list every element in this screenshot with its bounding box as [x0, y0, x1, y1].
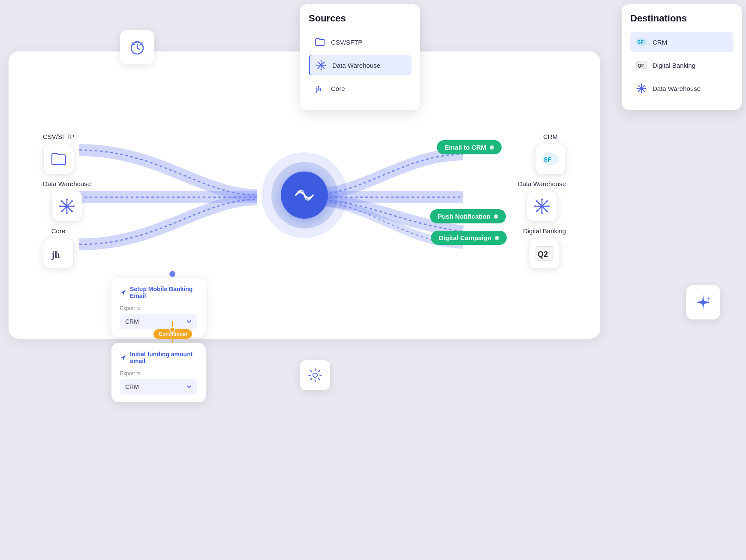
svg-point-22 [66, 212, 68, 214]
workflow-card-initial-funding-export-label: Export to [120, 370, 197, 376]
svg-point-3 [321, 69, 322, 70]
sparkle-icon [694, 293, 713, 312]
gear-box[interactable] [300, 360, 330, 390]
sources-item-warehouse-label: Data Warehouse [332, 62, 380, 69]
workflow-card-setup-mobile-title: Setup Mobile Banking Email [130, 286, 197, 299]
canvas-crm-icon-box[interactable]: SF [535, 144, 566, 175]
svg-text:Q2: Q2 [538, 250, 548, 259]
svg-text:Q2: Q2 [638, 63, 644, 68]
sources-panel: Sources CSV/SFTP Data Warehouse [300, 4, 420, 110]
svg-point-9 [318, 68, 319, 69]
svg-point-34 [541, 212, 543, 214]
dest-item-warehouse[interactable]: Data Warehouse [630, 78, 733, 99]
destinations-panel-title: Destinations [630, 13, 733, 24]
workflow-card-setup-mobile: Setup Mobile Banking Email Export to CRM [111, 278, 206, 337]
svg-point-18 [637, 88, 638, 89]
canvas-crm-label: CRM [543, 133, 558, 140]
svg-text:SF: SF [544, 156, 551, 163]
folder-icon [314, 36, 326, 48]
workflow-card-setup-mobile-title-row: Setup Mobile Banking Email [120, 286, 197, 299]
workflow-card-initial-funding-value: CRM [125, 383, 139, 390]
sources-item-csv-label: CSV/SFTP [331, 39, 362, 46]
svg-text:jh: jh [51, 249, 60, 260]
connector-dot-top [169, 271, 175, 277]
hub-logo-icon [292, 182, 317, 208]
email-crm-dot [490, 145, 494, 150]
workflow-card-initial-funding-select[interactable]: CRM [120, 379, 197, 394]
svg-text:jh: jh [315, 85, 322, 93]
dest-item-crm-label: CRM [653, 39, 667, 46]
sparkle-box [686, 285, 720, 319]
dest-item-warehouse-label: Data Warehouse [653, 85, 701, 92]
sources-item-core-label: Core [331, 85, 345, 92]
dest-item-digital-banking-label: Digital Banking [653, 62, 695, 69]
workflow-card-setup-mobile-export-label: Export to [120, 305, 197, 311]
dest-item-digital-banking[interactable]: Q2 Digital Banking [630, 55, 733, 75]
sources-item-csv[interactable]: CSV/SFTP [309, 32, 412, 52]
sources-item-warehouse[interactable]: Data Warehouse [309, 55, 412, 75]
canvas-source-warehouse: Data Warehouse [43, 180, 91, 222]
canvas-dest-digital-banking: Digital Banking Q2 [523, 227, 566, 269]
chevron-down-icon-1 [186, 319, 192, 325]
svg-point-28 [61, 211, 63, 212]
alarm-box [120, 30, 154, 64]
canvas-dest-warehouse: Data Warehouse [518, 180, 566, 222]
canvas-digital-banking-label: Digital Banking [523, 227, 566, 235]
svg-point-24 [73, 205, 75, 207]
canvas-csv-icon-box[interactable] [43, 144, 74, 175]
svg-point-4 [316, 65, 318, 66]
hub-inner-core[interactable] [281, 172, 328, 219]
svg-point-16 [641, 84, 642, 85]
svg-text:SF: SF [638, 39, 644, 45]
svg-point-25 [61, 200, 63, 202]
push-notification-tag-label: Push Notification [438, 213, 490, 220]
push-notification-tag[interactable]: Push Notification [430, 209, 506, 223]
svg-point-7 [324, 68, 325, 69]
svg-point-36 [548, 205, 550, 207]
canvas-warehouse-label-right: Data Warehouse [518, 180, 566, 187]
send-icon-1 [120, 289, 126, 296]
svg-point-26 [71, 211, 73, 212]
canvas-warehouse-icon-box-right[interactable] [526, 191, 557, 222]
svg-point-32 [541, 205, 543, 208]
workflow-card-initial-funding: Initial funding amount email Export to C… [111, 343, 206, 402]
email-crm-tag-label: Email to CRM [445, 144, 486, 151]
svg-point-19 [645, 88, 647, 89]
connector-dot-middle [169, 327, 175, 333]
canvas-folder-icon [51, 153, 66, 166]
canvas-snowflake-icon-left [58, 198, 75, 215]
svg-point-17 [641, 92, 642, 93]
workflow-card-setup-mobile-select[interactable]: CRM [120, 314, 197, 329]
svg-point-37 [536, 200, 538, 202]
canvas-warehouse-icon-box-left[interactable] [51, 191, 82, 222]
svg-point-23 [59, 205, 61, 207]
svg-point-33 [541, 199, 543, 200]
alarm-icon [129, 39, 146, 56]
canvas-jh-icon: jh [50, 245, 67, 262]
svg-point-38 [546, 211, 548, 212]
dest-item-crm[interactable]: SF CRM [630, 32, 733, 52]
canvas-q2-icon: Q2 [535, 246, 554, 261]
chevron-down-icon-2 [186, 384, 192, 390]
canvas-csv-label: CSV/SFTP [43, 133, 74, 140]
snowflake-icon-src [315, 59, 327, 71]
email-crm-tag[interactable]: Email to CRM [437, 140, 502, 154]
sources-item-core[interactable]: jh Core [309, 78, 412, 99]
svg-point-40 [536, 211, 538, 212]
canvas-q2-icon-box[interactable]: Q2 [529, 238, 560, 269]
digital-campaign-tag[interactable]: Digital Campaign [431, 231, 507, 245]
jh-icon-src: jh [314, 82, 326, 94]
workflow-card-initial-funding-title-row: Initial funding amount email [120, 351, 197, 364]
sources-panel-title: Sources [309, 13, 412, 24]
svg-point-39 [546, 200, 548, 202]
digital-campaign-tag-label: Digital Campaign [439, 234, 491, 241]
center-hub [262, 152, 347, 238]
svg-point-35 [534, 205, 536, 207]
canvas-core-icon-box[interactable]: jh [43, 238, 74, 269]
q2-icon-dest: Q2 [635, 59, 647, 71]
svg-point-8 [324, 62, 325, 63]
hub-outer-ring [262, 152, 347, 238]
send-icon-2 [120, 354, 126, 361]
hub-middle-ring [271, 162, 338, 229]
canvas-salesforce-icon: SF [541, 151, 560, 167]
